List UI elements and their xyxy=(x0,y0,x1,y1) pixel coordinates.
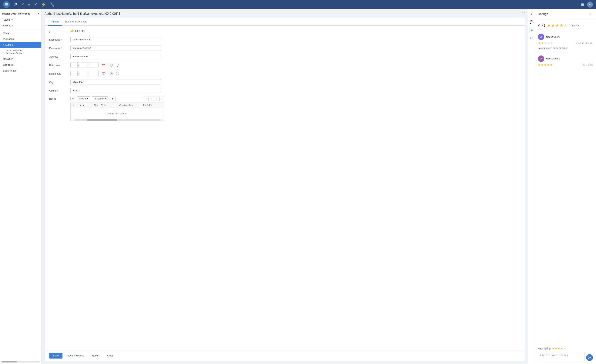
user-avatar[interactable]: aa xyxy=(587,1,593,7)
table-header: ≡ Id ▲ Title Type Creation date Publishe… xyxy=(71,103,164,108)
your-rating-stars: ★ ★ ★ ★ ★ xyxy=(552,347,566,350)
wrench-icon[interactable]: 🔧 xyxy=(50,2,54,7)
books-actions-button[interactable]: Actions ▾ xyxy=(77,97,90,101)
expand-icon[interactable]: ⛶ xyxy=(522,12,525,15)
yr-star-5[interactable]: ★ xyxy=(563,347,566,350)
col-publisher-header[interactable]: Publisher xyxy=(143,104,162,107)
save-button[interactable]: Save xyxy=(49,353,62,358)
rating-comment-input[interactable] xyxy=(538,352,585,361)
r2-star-5[interactable]: ★ xyxy=(550,63,553,67)
birthdate-day[interactable] xyxy=(80,62,87,67)
list-icon[interactable]: ≡ xyxy=(28,2,30,7)
tab-authors[interactable]: Authors xyxy=(48,18,62,26)
deathdate-month[interactable] xyxy=(71,71,77,76)
r1-star-5[interactable]: ★ xyxy=(550,41,553,45)
books-content: + Actions ▾ No records ▾ ▼ xyxy=(70,96,164,121)
grid-icon[interactable]: ⊞ xyxy=(581,2,584,7)
birthdate-calendar-icon[interactable]: 📅 xyxy=(100,62,106,68)
actions-section[interactable]: Actions ▾ xyxy=(0,23,41,29)
lastname-input[interactable] xyxy=(70,37,161,42)
revert-button[interactable]: Revert xyxy=(89,353,102,358)
books-add-button[interactable]: + xyxy=(70,96,75,101)
plug-icon[interactable]: ⚡ xyxy=(41,2,46,7)
books-records-dropdown[interactable]: No records ▾ xyxy=(92,97,108,101)
deathdate-day[interactable] xyxy=(80,71,87,76)
yr-star-4[interactable]: ★ xyxy=(560,347,563,350)
panel-tag-icon[interactable]: 🏷 xyxy=(529,35,534,40)
page-prev-button[interactable]: ◄ xyxy=(149,96,154,101)
author-subitem-label: lastNameAuthor1 firstNameAuthor1 xyxy=(6,49,38,54)
total-ratings: 2 ratings xyxy=(570,24,580,27)
tab-editor[interactable]: EditorWithContracts xyxy=(62,18,90,26)
col-type-header[interactable]: Type xyxy=(101,104,116,107)
sidebar-item-authors[interactable]: ▾ Authors xyxy=(0,42,41,48)
scroll-left-icon[interactable]: ◄ xyxy=(71,119,74,121)
star-2[interactable]: ★ xyxy=(551,23,555,28)
dropdown-arrow-icon[interactable]: ▾ xyxy=(38,12,39,15)
r2-star-2[interactable]: ★ xyxy=(541,63,544,67)
yr-star-1[interactable]: ★ xyxy=(552,347,554,350)
deathdate-radio[interactable] xyxy=(116,72,119,75)
yr-star-2[interactable]: ★ xyxy=(555,347,557,350)
city-input[interactable] xyxy=(70,79,161,85)
sidebar-item-author-subitem[interactable]: lastNameAuthor1 firstNameAuthor1 xyxy=(0,48,41,56)
star-3[interactable]: ★ xyxy=(555,23,559,28)
database-icon[interactable] xyxy=(3,1,10,8)
col-id-header[interactable]: Id ▲ xyxy=(80,104,91,107)
firstname-input[interactable] xyxy=(70,45,161,51)
deathdate-calendar-icon[interactable]: 📅 xyxy=(100,71,106,76)
sidebar-scrollbar[interactable] xyxy=(1,361,40,363)
page-next-button[interactable]: ► xyxy=(154,96,159,101)
check-edit-icon[interactable]: ✔ xyxy=(34,2,37,7)
country-input[interactable] xyxy=(70,88,161,93)
deathdate-row: Death date / / 📅 🕐 xyxy=(49,71,520,76)
rating-send-button[interactable] xyxy=(586,354,593,361)
deathdate-year[interactable] xyxy=(89,71,98,76)
overall-score: 4.0 xyxy=(538,22,545,29)
books-filter-button[interactable]: ▼ xyxy=(110,96,116,101)
page-first-button[interactable]: |◄ xyxy=(144,96,149,101)
bookreantal-label: BookRental xyxy=(3,69,16,72)
firstname-label: Firstname xyxy=(49,45,68,50)
clock-icon[interactable]: ⏱ xyxy=(14,2,17,7)
r1-star-2[interactable]: ★ xyxy=(541,41,544,45)
scroll-right-icon[interactable]: ► xyxy=(160,119,164,121)
yr-star-3[interactable]: ★ xyxy=(558,347,560,350)
sidebar-item-contracts[interactable]: Contracts xyxy=(0,62,41,68)
birthdate-year[interactable] xyxy=(89,62,98,67)
panel-info-icon[interactable]: ℹ xyxy=(529,11,534,17)
page-last-button[interactable]: ►| xyxy=(159,96,164,101)
birthdate-label: Birth date xyxy=(49,62,68,67)
checkmark-icon[interactable]: ✓ xyxy=(21,2,24,7)
scrollbar-thumb xyxy=(87,119,117,121)
col-title-header[interactable]: Title xyxy=(94,104,98,107)
address-input[interactable] xyxy=(70,54,161,59)
r1-star-4[interactable]: ★ xyxy=(547,41,550,45)
r1-star-1[interactable]: ★ xyxy=(538,41,541,45)
sidebar-item-bookreantal[interactable]: BookRental xyxy=(0,68,41,74)
deathdate-clock-icon[interactable]: 🕐 xyxy=(108,71,114,76)
r2-star-4[interactable]: ★ xyxy=(547,63,550,67)
sidebar-item-titles[interactable]: Titles xyxy=(0,30,41,36)
close-button[interactable]: Close xyxy=(104,353,116,358)
star-4[interactable]: ★ xyxy=(559,23,563,28)
star-5[interactable]: ★ xyxy=(564,23,567,28)
panel-comment-icon[interactable]: 💬 xyxy=(529,19,534,24)
birthdate-radio[interactable] xyxy=(116,64,119,67)
table-scrollbar[interactable]: ◄ ► xyxy=(71,119,164,121)
save-close-button[interactable]: Save and close xyxy=(64,353,87,358)
sidebar-item-publishers[interactable]: Publishers xyxy=(0,36,41,42)
birthdate-month[interactable] xyxy=(71,62,77,67)
r2-star-1[interactable]: ★ xyxy=(538,63,541,67)
review-2-stars: ★ ★ ★ ★ ★ xyxy=(538,63,553,67)
r2-star-3[interactable]: ★ xyxy=(544,63,547,67)
col-date-header[interactable]: Creation date xyxy=(119,104,140,107)
sidebar-item-royalties[interactable]: Royalties xyxy=(0,56,41,62)
birthdate-clock-icon[interactable]: 🕐 xyxy=(108,62,114,68)
sort-asc-icon[interactable]: ▲ xyxy=(82,104,85,107)
r1-star-3[interactable]: ★ xyxy=(544,41,547,45)
ratings-close-button[interactable]: ✕ xyxy=(588,12,593,17)
star-1[interactable]: ★ xyxy=(547,23,551,28)
tutorial-section[interactable]: Tutorial ▾ xyxy=(0,17,41,23)
panel-star-icon[interactable]: ★ xyxy=(529,27,534,32)
